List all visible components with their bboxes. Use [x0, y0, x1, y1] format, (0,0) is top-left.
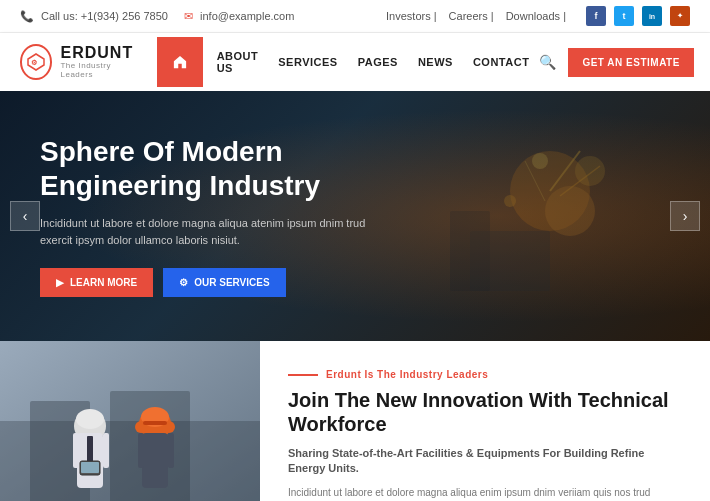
top-bar-left: 📞 Call us: +1(934) 256 7850 ✉ info@examp… — [20, 10, 294, 23]
svg-rect-29 — [142, 433, 168, 488]
about-image: 25 + Years Of Experience In The Industry — [0, 341, 260, 501]
top-bar: 📞 Call us: +1(934) 256 7850 ✉ info@examp… — [0, 0, 710, 33]
svg-text:⚙: ⚙ — [31, 59, 37, 66]
logo-name: ERDUNT — [60, 44, 136, 62]
downloads-link[interactable]: Downloads — [506, 10, 566, 22]
hero-next-button[interactable]: › — [670, 201, 700, 231]
twitter-icon[interactable]: t — [614, 6, 634, 26]
svg-point-6 — [504, 195, 516, 207]
hero-section: ‹ Sphere Of Modern Engineering Industry … — [0, 91, 710, 341]
phone-label: Call us: +1(934) 256 7850 — [41, 10, 168, 22]
phone-info: 📞 Call us: +1(934) 256 7850 — [20, 10, 168, 23]
email-icon: ✉ — [184, 10, 193, 22]
home-icon — [173, 55, 187, 69]
about-tag: Erdunt Is The Industry Leaders — [288, 369, 682, 380]
logo-sub: The Industry Leaders — [60, 62, 136, 80]
learn-more-button[interactable]: ▶ LEARN MORE — [40, 268, 153, 297]
our-services-button[interactable]: ⚙ OUR SERVICES — [163, 268, 285, 297]
logo-svg: ⚙ — [26, 52, 46, 72]
logo-icon: ⚙ — [20, 44, 52, 80]
svg-point-3 — [545, 186, 595, 236]
svg-rect-31 — [168, 433, 174, 468]
about-subtitle: Sharing State-of-the-Art Facilities & Eq… — [288, 446, 682, 477]
arrow-right-icon: › — [683, 208, 688, 224]
nav-actions: 🔍 GET AN ESTIMATE — [539, 48, 694, 77]
nav-news[interactable]: NEWS — [408, 56, 463, 68]
careers-link[interactable]: Careers — [449, 10, 494, 22]
nav-services[interactable]: SERVICES — [268, 56, 347, 68]
phone-icon: 📞 — [20, 10, 34, 22]
top-bar-right: Investors Careers Downloads f t in ✦ — [386, 6, 690, 26]
nav-pages[interactable]: PAGES — [348, 56, 408, 68]
svg-rect-8 — [450, 211, 490, 291]
estimate-button[interactable]: GET AN ESTIMATE — [568, 48, 694, 77]
nav-links: ABOUT US SERVICES PAGES NEWS CONTACT — [207, 50, 540, 74]
hero-buttons: ▶ LEARN MORE ⚙ OUR SERVICES — [40, 268, 380, 297]
logo[interactable]: ⚙ ERDUNT The Industry Leaders — [20, 44, 137, 80]
nav-contact[interactable]: CONTACT — [463, 56, 539, 68]
nav-about[interactable]: ABOUT US — [207, 50, 269, 74]
linkedin-icon[interactable]: in — [642, 6, 662, 26]
facebook-icon[interactable]: f — [586, 6, 606, 26]
hero-title: Sphere Of Modern Engineering Industry — [40, 135, 380, 202]
services-icon: ⚙ — [179, 277, 188, 288]
svg-rect-23 — [81, 462, 99, 473]
email-info: ✉ info@example.com — [184, 10, 294, 23]
svg-rect-20 — [103, 433, 109, 468]
svg-rect-30 — [138, 433, 144, 468]
googleplus-icon[interactable]: ✦ — [670, 6, 690, 26]
svg-rect-21 — [87, 436, 93, 464]
about-description: Incididunt ut labore et dolore magna ali… — [288, 485, 682, 501]
search-icon[interactable]: 🔍 — [539, 54, 556, 70]
about-section: 25 + Years Of Experience In The Industry… — [0, 341, 710, 501]
about-title: Join The New Innovation With Technical W… — [288, 388, 682, 436]
nav-home-button[interactable] — [157, 37, 203, 87]
email-label: info@example.com — [200, 10, 294, 22]
learn-label: LEARN MORE — [70, 277, 137, 288]
svg-point-17 — [76, 409, 104, 429]
services-label: OUR SERVICES — [194, 277, 269, 288]
navbar: ⚙ ERDUNT The Industry Leaders ABOUT US S… — [0, 33, 710, 91]
learn-icon: ▶ — [56, 277, 64, 288]
social-icons: f t in ✦ — [586, 6, 690, 26]
investors-link[interactable]: Investors — [386, 10, 437, 22]
hero-description: Incididunt ut labore et dolore magna ali… — [40, 215, 380, 250]
hero-content: Sphere Of Modern Engineering Industry In… — [0, 135, 420, 296]
workers-image — [0, 341, 260, 501]
tag-line-decoration — [288, 374, 318, 376]
logo-text: ERDUNT The Industry Leaders — [60, 44, 136, 79]
about-tag-text: Erdunt Is The Industry Leaders — [326, 369, 488, 380]
svg-point-5 — [532, 153, 548, 169]
svg-rect-19 — [73, 433, 79, 468]
svg-rect-28 — [143, 421, 167, 425]
about-content: Erdunt Is The Industry Leaders Join The … — [260, 341, 710, 501]
